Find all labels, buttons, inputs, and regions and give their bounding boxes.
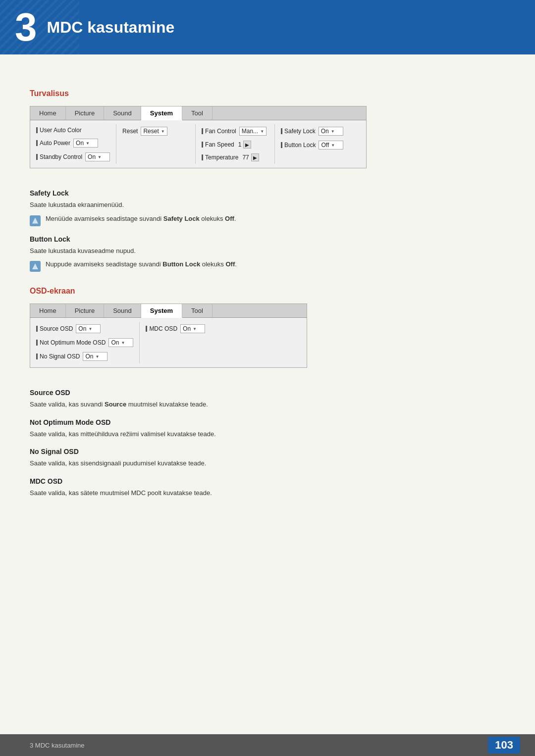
source-osd-label: Source OSD — [40, 325, 73, 332]
tab-sound[interactable]: Sound — [104, 106, 141, 120]
osd-tab-sound[interactable]: Sound — [104, 304, 141, 317]
panel-row-button-lock: Button Lock Off — [280, 138, 349, 152]
osd-row-no-signal: No Signal OSD On — [35, 350, 134, 363]
safety-lock-label: Safety Lock — [284, 128, 316, 135]
mdc-osd-label: MDC OSD — [149, 325, 177, 332]
mdc-osd-title: MDC OSD — [30, 477, 505, 485]
safety-lock-dropdown[interactable]: On — [319, 127, 343, 136]
osd-row-not-optimum: Not Optimum Mode OSD On — [35, 336, 134, 350]
fan-control-dropdown[interactable]: Man... — [239, 127, 267, 136]
row-bar — [36, 326, 38, 332]
panel-col-4: Safety Lock On Button Lock Off — [275, 124, 354, 164]
no-signal-dropdown[interactable]: On — [83, 352, 107, 361]
button-lock-dropdown[interactable]: Off — [319, 141, 343, 150]
tab-picture[interactable]: Picture — [66, 106, 104, 120]
chapter-title: MDC kasutamine — [47, 18, 175, 37]
page-header: 3 MDC kasutamine — [0, 0, 535, 54]
osd-panel: Home Picture Sound System Tool Source OS… — [30, 303, 307, 368]
osd-tab-tool[interactable]: Tool — [182, 304, 213, 317]
row-bar — [36, 154, 38, 160]
not-optimum-label: Not Optimum Mode OSD — [40, 339, 106, 346]
osd-panel-body: Source OSD On Not Optimum Mode OSD On No… — [30, 318, 307, 367]
panel-col-3: Fan Control Man... Fan Speed 1 ▶ Tempera… — [196, 124, 275, 164]
safety-lock-note-icon — [30, 215, 41, 226]
reset-label: Reset — [122, 128, 138, 135]
osd-panel-col-1: Source OSD On Not Optimum Mode OSD On No… — [30, 322, 140, 363]
row-bar — [36, 140, 38, 146]
osd-row-mdc: MDC OSD On — [145, 322, 206, 336]
osd-tab-bar: Home Picture Sound System Tool — [30, 304, 307, 318]
fan-speed-value: 1 — [238, 141, 242, 148]
row-bar — [202, 154, 203, 160]
osd-row-source: Source OSD On — [35, 322, 134, 336]
row-bar — [202, 142, 203, 148]
safety-lock-title: Safety Lock — [30, 189, 505, 197]
no-signal-body: Saate valida, kas sisendsignaali puudumi… — [30, 458, 505, 468]
source-osd-title: Source OSD — [30, 389, 505, 397]
temperature-arrow[interactable]: ▶ — [251, 153, 259, 161]
row-bar — [281, 142, 282, 148]
row-bar — [146, 326, 147, 332]
temperature-label: Temperature — [205, 154, 238, 161]
button-lock-title: Button Lock — [30, 235, 505, 243]
reset-dropdown[interactable]: Reset — [141, 127, 167, 136]
osd-tab-picture[interactable]: Picture — [66, 304, 104, 317]
footer-label: 3 MDC kasutamine — [30, 742, 85, 749]
user-auto-color-label: User Auto Color — [40, 127, 82, 134]
chapter-number: 3 — [15, 7, 37, 47]
auto-power-label: Auto Power — [40, 140, 70, 147]
no-signal-title: No Signal OSD — [30, 448, 505, 455]
panel-row-fan-speed: Fan Speed 1 ▶ — [201, 138, 269, 151]
panel-row-fan-control: Fan Control Man... — [201, 124, 269, 138]
page-footer: 3 MDC kasutamine 103 — [0, 734, 535, 756]
panel-row-temperature: Temperature 77 ▶ — [201, 151, 269, 164]
panel-row-safety-lock: Safety Lock On — [280, 124, 349, 138]
note-icon-shape-2 — [32, 263, 38, 269]
button-lock-label: Button Lock — [284, 142, 316, 149]
button-lock-body: Saate lukustada kuvaseadme nupud. — [30, 246, 505, 256]
note-icon-shape — [32, 218, 38, 224]
tab-system[interactable]: System — [141, 106, 182, 120]
not-optimum-title: Not Optimum Mode OSD — [30, 418, 505, 426]
row-bar — [281, 128, 282, 134]
safety-lock-note-row: Menüüde avamiseks seadistage suvandi Saf… — [30, 215, 505, 226]
footer-page: 103 — [488, 737, 520, 754]
no-signal-label: No Signal OSD — [40, 353, 80, 360]
tab-home[interactable]: Home — [30, 106, 66, 120]
panel-row-user-auto-color: User Auto Color — [35, 124, 111, 136]
standby-control-label: Standby Control — [40, 153, 82, 160]
fan-speed-label: Fan Speed — [205, 141, 234, 148]
fan-speed-arrow[interactable]: ▶ — [243, 141, 251, 149]
turvalisus-tab-bar: Home Picture Sound System Tool — [30, 106, 366, 120]
row-bar — [36, 127, 38, 133]
source-osd-dropdown[interactable]: On — [76, 324, 101, 333]
turvalisus-panel-body: User Auto Color Auto Power On Standby Co… — [30, 120, 366, 168]
mdc-osd-dropdown[interactable]: On — [180, 324, 205, 333]
turvalisus-panel: Home Picture Sound System Tool User Auto… — [30, 106, 367, 168]
safety-lock-note-text: Menüüde avamiseks seadistage suvandi Saf… — [46, 215, 236, 222]
standby-control-dropdown[interactable]: On — [85, 152, 110, 161]
panel-row-auto-power: Auto Power On — [35, 136, 111, 150]
mdc-osd-body: Saate valida, kas sätete muutmisel MDC p… — [30, 488, 505, 498]
panel-row-standby-control: Standby Control On — [35, 150, 111, 164]
page-content: Turvalisus Home Picture Sound System Too… — [0, 54, 535, 532]
auto-power-dropdown[interactable]: On — [73, 139, 98, 148]
osd-panel-col-2: MDC OSD On — [140, 322, 211, 363]
footer-page-number: 103 — [488, 737, 520, 754]
row-bar — [36, 353, 38, 359]
turvalisus-section-title: Turvalisus — [30, 89, 505, 98]
panel-row-reset: Reset Reset — [121, 124, 190, 138]
button-lock-note-text: Nuppude avamiseks seadistage suvandi But… — [46, 260, 237, 268]
tab-tool[interactable]: Tool — [182, 106, 213, 120]
not-optimum-dropdown[interactable]: On — [108, 338, 133, 347]
source-osd-body: Saate valida, kas suvandi Source muutmis… — [30, 400, 505, 409]
osd-tab-home[interactable]: Home — [30, 304, 66, 317]
panel-col-1: User Auto Color Auto Power On Standby Co… — [30, 124, 116, 164]
osd-tab-system[interactable]: System — [141, 304, 182, 318]
safety-lock-body: Saate lukustada ekraanimenüüd. — [30, 200, 505, 210]
osd-section-title: OSD-ekraan — [30, 287, 505, 296]
panel-col-2: Reset Reset — [116, 124, 196, 164]
button-lock-note-row: Nuppude avamiseks seadistage suvandi But… — [30, 260, 505, 272]
temperature-value: 77 — [242, 154, 249, 161]
not-optimum-body: Saate valida, kas mitteühilduva režiimi … — [30, 429, 505, 439]
